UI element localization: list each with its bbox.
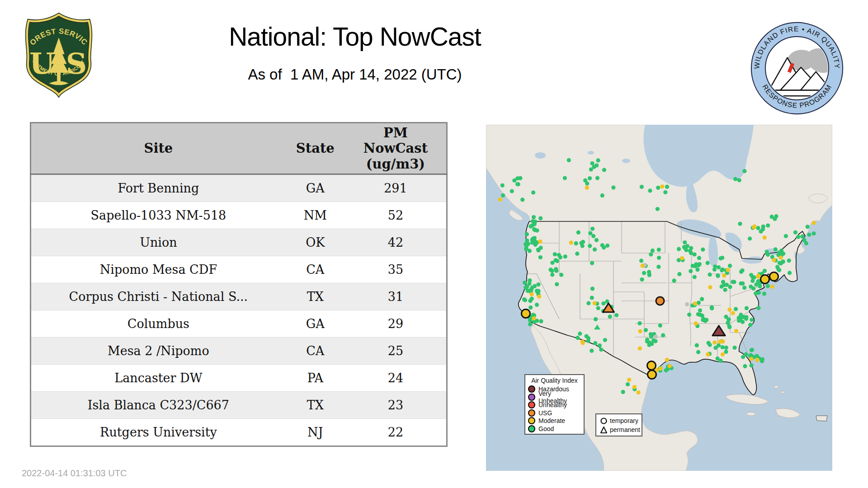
monitor-dot <box>602 168 606 172</box>
cell-state: CA <box>286 256 345 283</box>
monitor-dot <box>530 224 534 228</box>
monitor-dot <box>638 321 642 325</box>
table-row: Rutgers University NJ 22 <box>31 419 447 446</box>
monitor-dot <box>706 261 710 265</box>
cell-state: OK <box>286 229 345 256</box>
monitor-dot <box>525 239 529 243</box>
monitor-dot <box>689 269 693 273</box>
cell-state: NJ <box>286 419 345 446</box>
monitor-dot <box>555 282 559 286</box>
monitor-dot <box>640 185 644 189</box>
monitor-dot <box>710 306 714 310</box>
monitor-dot <box>650 342 654 346</box>
cell-site: Fort Benning <box>31 174 286 202</box>
aqi-item-label: Moderate <box>538 417 565 424</box>
monitor-dot <box>515 182 519 186</box>
monitor-dot <box>641 264 645 268</box>
top-nowcast-table: Site State PM NowCast (ug/m3) Fort Benni… <box>30 122 448 447</box>
monitor-dot <box>579 241 583 245</box>
temporary-circle-icon <box>600 417 608 425</box>
monitor-dot <box>659 366 663 371</box>
monitor-dot <box>706 352 710 357</box>
monitor-dot <box>559 273 563 277</box>
monitor-dot <box>685 302 689 306</box>
monitor-dot <box>648 188 652 192</box>
monitor-dot <box>744 317 748 321</box>
monitor-dot <box>656 186 660 190</box>
aqi-swatch-icon <box>528 401 535 408</box>
monitor-dot <box>593 341 597 345</box>
monitor-dot <box>726 321 730 325</box>
monitor-dot <box>585 186 589 190</box>
marker-usg-temporary-ok <box>656 297 664 305</box>
table-row: Mesa 2 /Nipomo CA 25 <box>31 338 447 365</box>
monitor-dot <box>750 348 754 352</box>
cell-pm-nowcast: 25 <box>345 338 447 365</box>
cell-site: Mesa 2 /Nipomo <box>31 338 286 365</box>
monitor-dot <box>812 221 816 225</box>
monitor-dot <box>539 319 543 323</box>
cell-pm-nowcast: 29 <box>345 310 447 338</box>
monitor-dot <box>530 292 534 296</box>
monitor-dot <box>752 225 756 229</box>
monitor-dot <box>722 273 726 277</box>
monitor-dot <box>501 193 505 197</box>
column-header-state: State <box>286 123 345 174</box>
monitor-dot <box>737 316 741 320</box>
monitor-dot <box>716 274 720 278</box>
table-row: Corpus Christi - National S... TX 31 <box>31 283 447 310</box>
monitor-dot <box>645 338 649 342</box>
monitor-dot <box>756 273 760 277</box>
monitor-dot <box>538 255 542 259</box>
monitor-dot <box>642 271 646 275</box>
monitor-dot <box>531 190 535 194</box>
monitor-dot <box>672 279 676 283</box>
cell-state: CA <box>286 338 345 365</box>
monitor-dot <box>766 223 770 227</box>
page-title: National: Top NowCast <box>129 22 581 52</box>
monitor-dot <box>765 250 769 254</box>
monitor-dot <box>594 317 598 321</box>
marker-moderate-temporary-tx2 <box>648 371 656 379</box>
generated-timestamp: 2022-04-14 01:31:03 UTC <box>22 468 127 479</box>
monitor-dot <box>664 368 668 372</box>
monitor-dot <box>668 364 672 368</box>
monitor-dot <box>658 324 662 328</box>
shape-legend-permanent-label: permanent <box>610 426 640 433</box>
table-row: Isla Blanca C323/C667 TX 23 <box>31 392 447 419</box>
cell-site: Lancaster DW <box>31 365 286 392</box>
column-header-pm-nowcast: PM NowCast (ug/m3) <box>345 123 447 174</box>
monitor-dot <box>750 363 754 367</box>
aqi-swatch-icon <box>528 417 535 424</box>
monitor-dot <box>677 247 681 251</box>
monitor-dot <box>698 313 703 317</box>
monitor-dot <box>717 343 721 347</box>
cell-site: Columbus <box>31 310 286 338</box>
monitor-dot <box>498 197 502 202</box>
monitor-dot <box>596 306 600 310</box>
monitor-dot <box>528 305 533 310</box>
monitor-dot <box>750 318 754 322</box>
cell-pm-nowcast: 35 <box>345 256 447 283</box>
monitor-dot <box>522 297 526 301</box>
monitor-dot <box>644 328 648 332</box>
monitor-dot <box>601 301 605 305</box>
monitor-dot <box>787 258 791 263</box>
monitor-dot <box>600 193 604 197</box>
monitor-dot <box>532 215 536 219</box>
monitor-dot <box>763 235 767 239</box>
monitor-dot <box>531 313 535 317</box>
cell-pm-nowcast: 42 <box>345 229 447 256</box>
monitor-dot <box>586 336 590 340</box>
monitor-dot <box>578 332 582 336</box>
monitor-dot <box>683 240 687 244</box>
monitor-dot <box>554 269 558 273</box>
monitor-dot <box>734 329 738 333</box>
monitor-dot <box>523 281 527 285</box>
monitor-dot <box>591 234 595 238</box>
monitor-dot <box>708 343 712 347</box>
monitor-dot <box>677 272 681 276</box>
monitor-dot <box>751 286 755 291</box>
monitor-dot <box>563 254 567 258</box>
wfaqrp-logo: WILDLAND FIRE • AIR QUALITY RESPONSE PRO… <box>749 20 845 117</box>
